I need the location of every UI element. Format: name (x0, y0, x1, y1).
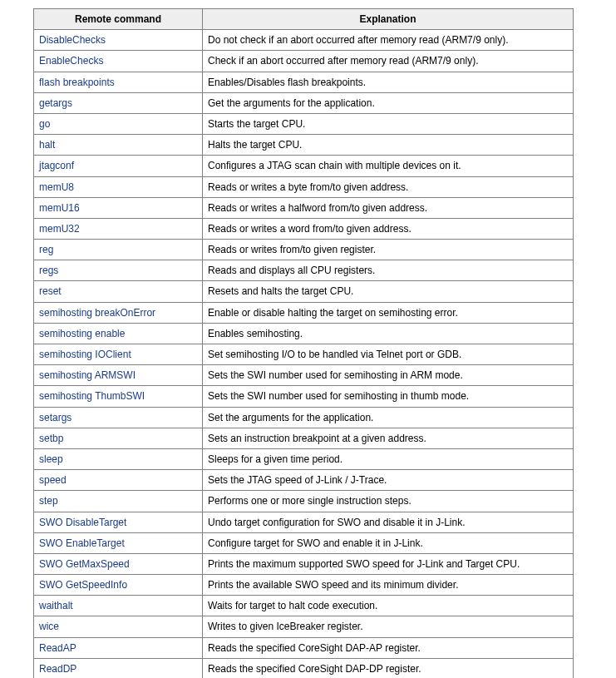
table-row: speedSets the JTAG speed of J-Link / J-T… (34, 470, 574, 491)
explanation-cell: Prints the available SWO speed and its m… (203, 575, 574, 596)
command-cell: SWO DisableTarget (34, 512, 203, 532)
command-link[interactable]: setargs (39, 412, 71, 423)
explanation-cell: Configure target for SWO and enable it i… (203, 532, 574, 553)
explanation-cell: Enable or disable halting the target on … (203, 302, 574, 323)
command-cell: memU8 (34, 176, 203, 197)
table-row: semihosting enableEnables semihosting. (34, 323, 574, 344)
command-link[interactable]: jtagconf (39, 160, 74, 171)
command-link[interactable]: EnableChecks (39, 55, 103, 67)
command-cell: semihosting enable (34, 323, 203, 344)
explanation-cell: Reads or writes a word from/to given add… (203, 218, 574, 239)
table-row: memU8Reads or writes a byte from/to give… (34, 176, 574, 197)
command-cell: regs (34, 260, 203, 281)
command-cell: sleep (34, 448, 203, 469)
table-row: getargsGet the arguments for the applica… (34, 92, 574, 113)
explanation-cell: Halts the target CPU. (203, 135, 574, 156)
command-cell: SWO EnableTarget (34, 532, 203, 553)
explanation-cell: Set semihosting I/O to be handled via Te… (203, 344, 574, 365)
command-link[interactable]: semihosting enable (39, 328, 125, 339)
table-row: semihosting ThumbSWISets the SWI number … (34, 386, 574, 407)
command-link[interactable]: getargs (39, 97, 72, 109)
command-link[interactable]: setbp (39, 433, 63, 444)
command-link[interactable]: reset (39, 285, 62, 297)
table-header-row: Remote command Explanation (34, 9, 574, 30)
command-cell: getargs (34, 92, 203, 113)
command-link[interactable]: semihosting breakOnError (39, 307, 155, 319)
command-cell: ReadDP (34, 658, 203, 678)
table-row: semihosting ARMSWISets the SWI number us… (34, 365, 574, 386)
command-link[interactable]: halt (39, 139, 55, 151)
command-cell: EnableChecks (34, 51, 203, 72)
command-cell: flash breakpoints (34, 72, 203, 92)
command-cell: speed (34, 470, 203, 491)
table-row: ReadAPReads the specified CoreSight DAP-… (34, 637, 574, 658)
command-link[interactable]: regs (39, 265, 58, 276)
command-link[interactable]: speed (39, 474, 67, 486)
command-cell: wice (34, 616, 203, 637)
explanation-cell: Sleeps for a given time period. (203, 448, 574, 469)
table-row: semihosting breakOnErrorEnable or disabl… (34, 302, 574, 323)
explanation-cell: Reads and displays all CPU registers. (203, 260, 574, 281)
command-link[interactable]: SWO GetMaxSpeed (39, 558, 130, 570)
command-link[interactable]: ReadAP (39, 642, 76, 654)
command-cell: DisableChecks (34, 30, 203, 51)
command-cell: halt (34, 135, 203, 156)
command-link[interactable]: semihosting ThumbSWI (39, 390, 145, 402)
table-row: SWO GetMaxSpeedPrints the maximum suppor… (34, 553, 574, 574)
command-link[interactable]: memU32 (39, 223, 80, 235)
table-row: jtagconfConfigures a JTAG scan chain wit… (34, 156, 574, 176)
table-row: ReadDPReads the specified CoreSight DAP-… (34, 658, 574, 678)
command-link[interactable]: SWO GetSpeedInfo (39, 579, 127, 591)
explanation-cell: Sets the SWI number used for semihosting… (203, 386, 574, 407)
table-row: regsReads and displays all CPU registers… (34, 260, 574, 281)
command-cell: memU16 (34, 197, 203, 218)
command-link[interactable]: ReadDP (39, 663, 76, 675)
command-link[interactable]: go (39, 118, 50, 130)
explanation-cell: Writes to given IceBreaker register. (203, 616, 574, 637)
command-link[interactable]: semihosting IOClient (39, 349, 131, 360)
command-cell: reg (34, 240, 203, 260)
command-link[interactable]: SWO DisableTarget (39, 517, 126, 528)
command-cell: semihosting ThumbSWI (34, 386, 203, 407)
explanation-cell: Configures a JTAG scan chain with multip… (203, 156, 574, 176)
command-link[interactable]: SWO EnableTarget (39, 537, 125, 549)
explanation-cell: Get the arguments for the application. (203, 92, 574, 113)
table-row: memU16Reads or writes a halfword from/to… (34, 197, 574, 218)
command-link[interactable]: step (39, 495, 58, 507)
explanation-cell: Prints the maximum supported SWO speed f… (203, 553, 574, 574)
table-row: SWO DisableTargetUndo target configurati… (34, 512, 574, 532)
command-link[interactable]: memU8 (39, 181, 74, 193)
table-row: regReads or writes from/to given registe… (34, 240, 574, 260)
table-row: stepPerforms one or more single instruct… (34, 491, 574, 512)
command-link[interactable]: wice (39, 621, 59, 632)
table-row: memU32Reads or writes a word from/to giv… (34, 218, 574, 239)
command-link[interactable]: flash breakpoints (39, 77, 115, 88)
explanation-cell: Enables/Disables flash breakpoints. (203, 72, 574, 92)
table-row: semihosting IOClientSet semihosting I/O … (34, 344, 574, 365)
table-row: waithaltWaits for target to halt code ex… (34, 596, 574, 616)
table-row: sleepSleeps for a given time period. (34, 448, 574, 469)
command-cell: SWO GetSpeedInfo (34, 575, 203, 596)
explanation-cell: Performs one or more single instruction … (203, 491, 574, 512)
command-cell: step (34, 491, 203, 512)
explanation-cell: Resets and halts the target CPU. (203, 281, 574, 302)
command-link[interactable]: waithalt (39, 600, 73, 611)
command-cell: semihosting ARMSWI (34, 365, 203, 386)
explanation-cell: Starts the target CPU. (203, 113, 574, 134)
table-row: resetResets and halts the target CPU. (34, 281, 574, 302)
command-cell: go (34, 113, 203, 134)
explanation-cell: Waits for target to halt code execution. (203, 596, 574, 616)
explanation-cell: Reads the specified CoreSight DAP-AP reg… (203, 637, 574, 658)
explanation-cell: Set the arguments for the application. (203, 407, 574, 428)
explanation-cell: Sets the JTAG speed of J-Link / J-Trace. (203, 470, 574, 491)
command-link[interactable]: DisableChecks (39, 34, 106, 46)
table-row: DisableChecksDo not check if an abort oc… (34, 30, 574, 51)
command-link[interactable]: memU16 (39, 202, 80, 214)
command-table: Remote command Explanation DisableChecks… (33, 8, 574, 678)
command-link[interactable]: sleep (39, 453, 63, 465)
command-link[interactable]: reg (39, 244, 53, 255)
table-row: SWO EnableTargetConfigure target for SWO… (34, 532, 574, 553)
table-row: SWO GetSpeedInfoPrints the available SWO… (34, 575, 574, 596)
command-link[interactable]: semihosting ARMSWI (39, 369, 136, 381)
header-explanation: Explanation (203, 9, 574, 30)
